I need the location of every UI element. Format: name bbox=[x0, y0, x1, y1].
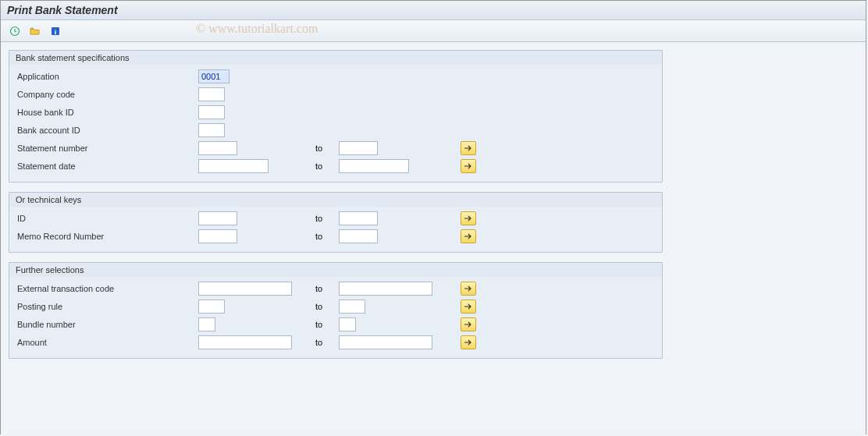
id-to-input[interactable] bbox=[339, 211, 378, 225]
statement-date-multi-button[interactable] bbox=[461, 159, 476, 173]
group-technical-keys: Or technical keys ID to Memo Record Numb… bbox=[9, 192, 663, 253]
statement-number-multi-button[interactable] bbox=[461, 141, 476, 155]
to-label: to bbox=[315, 144, 339, 153]
statement-number-label: Statement number bbox=[14, 140, 194, 156]
to-label: to bbox=[315, 161, 339, 171]
arrow-right-icon bbox=[464, 232, 473, 240]
amount-label: Amount bbox=[14, 335, 194, 350]
row-ext-trans: External transaction code to bbox=[14, 280, 657, 297]
posting-rule-to-input[interactable] bbox=[339, 300, 365, 314]
bundle-label: Bundle number bbox=[14, 317, 194, 332]
page-title: Print Bank Statement bbox=[7, 4, 118, 16]
info-button[interactable]: i bbox=[48, 24, 63, 38]
posting-rule-label: Posting rule bbox=[14, 299, 194, 314]
bundle-multi-button[interactable] bbox=[461, 317, 476, 331]
bundle-to-input[interactable] bbox=[339, 317, 356, 331]
amount-from-input[interactable] bbox=[198, 335, 292, 349]
statement-number-to-input[interactable] bbox=[339, 141, 378, 155]
ext-trans-from-input[interactable] bbox=[198, 282, 292, 296]
amount-to-input[interactable] bbox=[339, 335, 432, 349]
to-label: to bbox=[315, 302, 339, 311]
to-label: to bbox=[315, 284, 339, 293]
row-bank-account: Bank account ID bbox=[14, 122, 657, 139]
amount-multi-button[interactable] bbox=[461, 335, 476, 349]
bank-account-input[interactable] bbox=[198, 123, 225, 137]
arrow-right-icon bbox=[464, 321, 473, 328]
memo-to-input[interactable] bbox=[339, 229, 378, 243]
row-posting-rule: Posting rule to bbox=[14, 298, 657, 315]
arrow-right-icon bbox=[464, 162, 473, 170]
statement-date-label: Statement date bbox=[14, 158, 194, 174]
ext-trans-label: External transaction code bbox=[14, 281, 194, 296]
toolbar: i © www.tutorialkart.com bbox=[1, 20, 866, 42]
row-application: Application bbox=[14, 68, 657, 85]
to-label: to bbox=[315, 232, 339, 241]
arrow-right-icon bbox=[464, 303, 473, 310]
memo-from-input[interactable] bbox=[198, 229, 237, 243]
title-bar: Print Bank Statement bbox=[1, 1, 866, 20]
group-title: Bank statement specifications bbox=[9, 51, 662, 65]
statement-number-from-input[interactable] bbox=[198, 141, 237, 155]
bank-account-label: Bank account ID bbox=[14, 122, 194, 138]
statement-date-from-input[interactable] bbox=[198, 159, 269, 173]
company-code-label: Company code bbox=[14, 87, 194, 102]
group-bank-statement-spec: Bank statement specifications Applicatio… bbox=[9, 50, 663, 183]
house-bank-label: House bank ID bbox=[14, 105, 194, 120]
house-bank-input[interactable] bbox=[198, 105, 225, 119]
app-window: Print Bank Statement i © www.tutorialkar… bbox=[0, 0, 866, 434]
row-company-code: Company code bbox=[14, 86, 657, 103]
id-from-input[interactable] bbox=[198, 211, 237, 225]
ext-trans-to-input[interactable] bbox=[339, 282, 432, 296]
statement-date-to-input[interactable] bbox=[339, 159, 409, 173]
bundle-from-input[interactable] bbox=[198, 317, 215, 331]
watermark-text: © www.tutorialkart.com bbox=[196, 22, 318, 36]
application-input[interactable] bbox=[198, 69, 229, 83]
group-title: Or technical keys bbox=[9, 193, 662, 207]
row-amount: Amount to bbox=[14, 334, 657, 351]
id-multi-button[interactable] bbox=[461, 211, 476, 225]
to-label: to bbox=[315, 320, 339, 329]
company-code-input[interactable] bbox=[198, 87, 225, 101]
row-statement-number: Statement number to bbox=[14, 140, 657, 157]
posting-rule-multi-button[interactable] bbox=[461, 300, 476, 314]
to-label: to bbox=[315, 338, 339, 347]
get-variant-button[interactable] bbox=[27, 24, 43, 38]
memo-label: Memo Record Number bbox=[14, 229, 194, 244]
application-label: Application bbox=[14, 69, 194, 84]
posting-rule-from-input[interactable] bbox=[198, 300, 225, 314]
execute-button[interactable] bbox=[7, 24, 23, 38]
group-further-selections: Further selections External transaction … bbox=[9, 262, 663, 359]
row-id: ID to bbox=[14, 210, 657, 227]
to-label: to bbox=[315, 214, 339, 223]
folder-icon bbox=[30, 26, 41, 37]
arrow-right-icon bbox=[464, 144, 473, 152]
arrow-right-icon bbox=[464, 285, 473, 292]
id-label: ID bbox=[14, 211, 194, 226]
row-memo: Memo Record Number to bbox=[14, 228, 657, 245]
memo-multi-button[interactable] bbox=[461, 229, 476, 243]
info-icon: i bbox=[50, 26, 61, 37]
row-statement-date: Statement date to bbox=[14, 158, 657, 175]
arrow-right-icon bbox=[464, 214, 473, 222]
content-area: Bank statement specifications Applicatio… bbox=[1, 42, 866, 434]
group-title: Further selections bbox=[9, 263, 662, 277]
row-bundle: Bundle number to bbox=[14, 316, 657, 333]
row-house-bank: House bank ID bbox=[14, 104, 657, 121]
clock-icon bbox=[9, 26, 20, 37]
arrow-right-icon bbox=[464, 339, 473, 346]
ext-trans-multi-button[interactable] bbox=[461, 282, 476, 296]
